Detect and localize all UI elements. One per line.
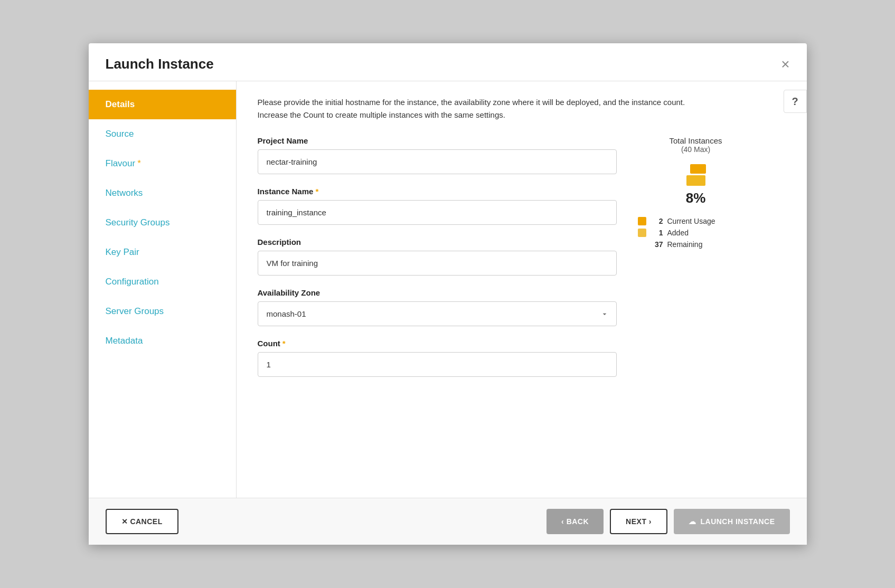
legend-count-current: 2 [651,217,663,225]
main-content: ? Please provide the initial hostname fo… [237,81,807,498]
count-group: Count * [258,339,617,377]
legend-count-added: 1 [651,229,663,237]
dialog-title: Launch Instance [106,56,214,72]
stack-card-bottom [686,175,705,186]
sidebar-item-source[interactable]: Source [89,119,236,149]
dialog-body: Details Source Flavour* Networks Securit… [89,81,807,498]
instance-name-input[interactable] [258,200,617,225]
footer-right: ‹ BACK NEXT › ☁ LAUNCH INSTANCE [547,509,789,534]
sidebar-item-server-groups[interactable]: Server Groups [89,297,236,326]
sidebar-item-metadata[interactable]: Metadata [89,326,236,356]
stack-card-top [690,164,706,174]
project-name-group: Project Name [258,136,617,174]
usage-percent: 8% [686,190,706,206]
instance-name-required-star: * [315,187,318,196]
project-name-label: Project Name [258,136,617,145]
close-button[interactable]: × [781,57,789,72]
usage-max: (40 Max) [681,145,710,154]
legend-added: 1 Added [638,229,754,237]
form-fields: Project Name Instance Name * Description [258,136,617,390]
sidebar-item-configuration[interactable]: Configuration [89,267,236,297]
usage-title: Total Instances [669,136,722,145]
cancel-button[interactable]: ✕ CANCEL [106,509,178,534]
availability-zone-group: Availability Zone monash-01 melbourne sy… [258,288,617,326]
description-input[interactable] [258,251,617,276]
legend-label-remaining: Remaining [667,240,703,249]
usage-legend: 2 Current Usage 1 Added 37 Remaining [638,217,754,252]
description-text: Please provide the initial hostname for … [258,96,712,121]
count-input[interactable] [258,352,617,377]
dialog-footer: ✕ CANCEL ‹ BACK NEXT › ☁ LAUNCH INSTANCE [89,498,807,545]
launch-label: LAUNCH INSTANCE [700,517,775,526]
legend-dot-added [638,229,646,237]
back-button[interactable]: ‹ BACK [547,509,604,534]
sidebar-item-key-pair[interactable]: Key Pair [89,238,236,267]
legend-count-remaining: 37 [651,240,663,249]
launch-button[interactable]: ☁ LAUNCH INSTANCE [674,509,790,534]
project-name-input[interactable] [258,149,617,174]
legend-dot-current [638,217,646,225]
sidebar-item-flavour[interactable]: Flavour* [89,149,236,178]
count-label: Count * [258,339,617,348]
count-required-star: * [282,339,286,348]
footer-left: ✕ CANCEL [106,509,178,534]
launch-instance-dialog: Launch Instance × Details Source Flavour… [89,43,807,545]
legend-label-added: Added [667,229,689,237]
legend-remaining: 37 Remaining [638,240,754,249]
usage-panel: Total Instances (40 Max) 8% 2 [638,136,754,390]
availability-zone-select[interactable]: monash-01 melbourne sydney brisbane [258,301,617,326]
flavour-required-star: * [137,158,141,168]
sidebar-item-networks[interactable]: Networks [89,178,236,208]
launch-icon: ☁ [689,517,696,526]
availability-zone-label: Availability Zone [258,288,617,297]
legend-dot-remaining [638,240,646,249]
legend-label-current: Current Usage [667,217,715,225]
instance-name-group: Instance Name * [258,187,617,225]
sidebar-item-security-groups[interactable]: Security Groups [89,208,236,238]
description-group: Description [258,238,617,276]
help-button[interactable]: ? [784,90,807,113]
sidebar: Details Source Flavour* Networks Securit… [89,81,237,498]
form-section: Project Name Instance Name * Description [258,136,786,390]
next-button[interactable]: NEXT › [610,509,667,534]
legend-current-usage: 2 Current Usage [638,217,754,225]
dialog-header: Launch Instance × [89,43,807,81]
usage-stack-icon [686,164,706,186]
sidebar-item-details[interactable]: Details [89,90,236,119]
description-label: Description [258,238,617,246]
instance-name-label: Instance Name * [258,187,617,196]
